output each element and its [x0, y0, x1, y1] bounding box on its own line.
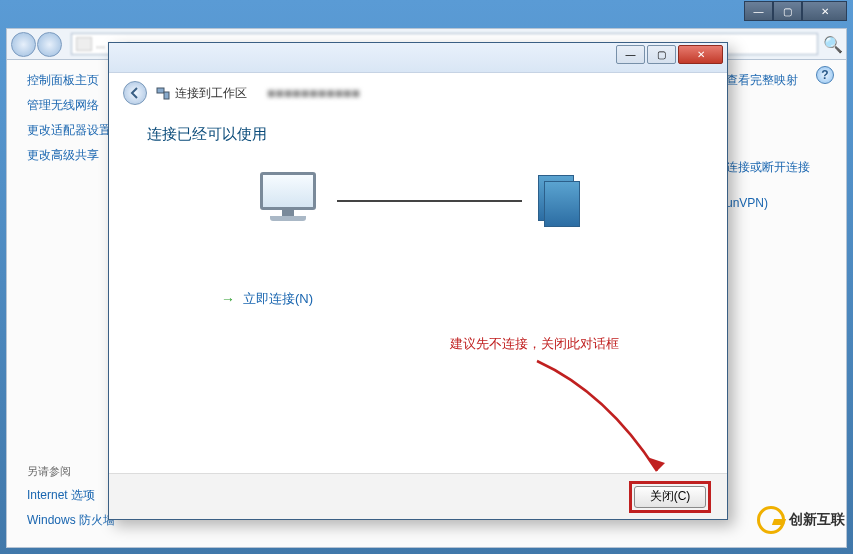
- connection-graphic: [147, 172, 689, 230]
- right-links: 查看完整映射 连接或断开连接 unVPN): [726, 72, 816, 220]
- watermark: 创新互联: [757, 506, 845, 534]
- search-icon[interactable]: 🔍: [824, 35, 842, 53]
- link-unvpn[interactable]: unVPN): [726, 196, 816, 210]
- connect-now-link[interactable]: → 立即连接(N): [221, 290, 689, 308]
- connect-now-label: 立即连接(N): [243, 290, 313, 308]
- wizard-header: 连接到工作区 ■■■■■■■■■■■: [109, 73, 727, 113]
- see-also-internet-options[interactable]: Internet 选项: [27, 487, 117, 504]
- see-also-firewall[interactable]: Windows 防火墙: [27, 512, 117, 529]
- sidebar-heading: 控制面板主页: [27, 72, 117, 89]
- server-icon: [538, 175, 582, 227]
- wizard-close-button[interactable]: ✕: [678, 45, 723, 64]
- wizard-message: 连接已经可以使用: [147, 125, 689, 144]
- nav-forward-button[interactable]: [37, 32, 62, 57]
- wizard-footer: 关闭(C): [109, 473, 727, 519]
- parent-close-button[interactable]: ✕: [802, 1, 847, 21]
- parent-window-controls: — ▢ ✕: [744, 1, 847, 21]
- wizard-body: 连接已经可以使用 → 立即连接(N): [109, 113, 727, 308]
- address-icon: [76, 37, 92, 51]
- help-icon[interactable]: ?: [816, 66, 834, 84]
- arrow-left-icon: [129, 87, 141, 99]
- close-button-highlight: 关闭(C): [629, 481, 711, 513]
- svg-rect-1: [164, 92, 169, 99]
- link-connect-disconnect[interactable]: 连接或断开连接: [726, 159, 816, 176]
- sidebar: 控制面板主页 管理无线网络 更改适配器设置 更改高级共享 另请参阅 Intern…: [27, 72, 117, 537]
- link-view-full-map[interactable]: 查看完整映射: [726, 72, 816, 89]
- parent-maximize-button[interactable]: ▢: [773, 1, 802, 21]
- computer-icon: [255, 172, 321, 230]
- close-button[interactable]: 关闭(C): [634, 486, 706, 508]
- wizard-back-button[interactable]: [123, 81, 147, 105]
- see-also-label: 另请参阅: [27, 464, 117, 479]
- watermark-text: 创新互联: [789, 511, 845, 529]
- connection-line-icon: [337, 200, 522, 202]
- svg-rect-0: [157, 88, 164, 93]
- parent-minimize-button[interactable]: —: [744, 1, 773, 21]
- sidebar-item-adapter[interactable]: 更改适配器设置: [27, 122, 117, 139]
- wizard-subtitle-blurred: ■■■■■■■■■■■: [267, 85, 360, 101]
- wizard-minimize-button[interactable]: —: [616, 45, 645, 64]
- nav-back-button[interactable]: [11, 32, 36, 57]
- annotation-text: 建议先不连接，关闭此对话框: [450, 335, 619, 353]
- network-connect-icon: [155, 85, 171, 101]
- sidebar-item-sharing[interactable]: 更改高级共享: [27, 147, 117, 164]
- wizard-dialog: — ▢ ✕ 连接到工作区 ■■■■■■■■■■■ 连接已经可以使用 → 立即连接…: [108, 42, 728, 520]
- wizard-titlebar: — ▢ ✕: [109, 43, 727, 73]
- watermark-logo-icon: [757, 506, 785, 534]
- sidebar-item-wireless[interactable]: 管理无线网络: [27, 97, 117, 114]
- arrow-right-icon: →: [221, 291, 235, 307]
- wizard-title: 连接到工作区: [175, 85, 247, 102]
- wizard-maximize-button[interactable]: ▢: [647, 45, 676, 64]
